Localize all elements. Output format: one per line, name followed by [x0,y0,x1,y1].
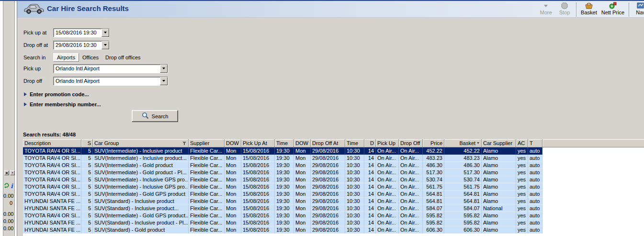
cell: SUV(Standard) - Gold product [93,226,189,234]
cell: Mon [225,198,241,205]
cell: auto [528,162,542,169]
column-header-time-9[interactable]: Time [345,139,364,147]
table-row[interactable]: TOYOTA RAV4 OR SI...5SUV(Intermediate) -… [23,147,644,155]
column-header-supplier-3[interactable]: Supplier [189,139,225,147]
dropoff-location-combo[interactable]: Orlando Intl Airport [53,77,168,86]
column-header-dow-4[interactable]: DOW [225,139,241,147]
tab-airports[interactable]: Airports [53,53,79,62]
membership-number-toggle[interactable]: Enter membership number... [24,101,101,108]
column-header-description-0[interactable]: Description [23,139,81,147]
column-header-filler [542,139,644,147]
column-header-car-group-2[interactable]: Car Group [93,139,189,147]
stop-button[interactable]: Stop [557,2,572,15]
cell: Mon [294,191,311,198]
column-header-price-13[interactable]: Price [423,139,444,147]
cell: Flexible Car... [189,176,225,183]
dropoff-at-combo[interactable]: 29/08/2016 10:30 [53,41,110,50]
cell: Flexible Car... [189,169,225,176]
column-header-time-6[interactable]: Time [275,139,294,147]
table-row[interactable]: TOYOTA RAV4 OR SI...5SUV(Intermediate) -… [23,191,644,198]
table-row[interactable]: HYUNDAI SANTA FE ...5SUV(Standard) - Inc… [23,198,644,205]
cell: 5 [81,219,93,226]
more-button[interactable]: More [539,2,553,15]
table-row[interactable]: TOYOTA RAV4 OR SI...5SUV(Intermediate) -… [23,169,644,176]
dropdown-button[interactable] [160,65,168,73]
pickup-location-combo[interactable]: Orlando Intl Airport [53,64,168,73]
pickup-at-combo[interactable]: 15/08/2016 19:30 [53,28,110,37]
column-header-dow-7[interactable]: DOW [294,139,311,147]
cell: 530.74 [423,176,444,183]
dropdown-button[interactable] [102,29,109,37]
cell: 5 [81,191,93,198]
cell: On Air... [376,155,399,162]
cell: On Air... [399,147,423,155]
restore-button[interactable]: ▣ [4,170,9,175]
column-header-pick-up-at-5[interactable]: Pick Up At [241,139,275,147]
table-row[interactable]: TOYOTA RAV4 OR SI...5SUV(Intermediate) -… [23,162,644,169]
cell: 483.23 [423,155,444,162]
column-header-label: Drop Off At [312,140,338,147]
cell: SUV(Intermediate) - Gold GPS product... [93,212,189,219]
close-button[interactable]: ✕ [10,170,15,175]
cell: Alamo [482,212,516,219]
cell: 14 [364,191,376,198]
column-header-label: Drop Off [400,140,420,147]
cell: yes [516,191,528,198]
cell: 10:30 [345,191,364,198]
table-row[interactable]: TOYOTA RAV4 OR SI...5SUV(Intermediate) -… [23,176,644,183]
nett-price-button[interactable]: Nett Price [601,2,624,15]
page-title: Car Hire Search Results [47,4,129,12]
dropdown-button[interactable] [160,77,168,85]
cell: 19:30 [275,162,294,169]
cell: 29/08/2016 [311,198,345,205]
column-header-pick-up-11[interactable]: Pick Up [376,139,399,147]
dropoff-at-value: 29/08/2016 10:30 [54,41,102,49]
cell: 15/08/2016 [241,205,275,212]
column-header-drop-off-at-8[interactable]: Drop Off At [311,139,345,147]
column-header-d-10[interactable]: D [364,139,376,147]
cell: auto [528,155,542,162]
cell: 14 [364,155,376,162]
refresh-icon[interactable] [4,182,10,189]
cell: HYUNDAI SANTA FE ... [23,205,81,212]
cell: Flexible Car... [189,212,225,219]
column-header-ac-16[interactable]: AC [516,139,528,147]
table-row[interactable]: HYUNDAI SANTA FE ...5SUV(Standard) - Inc… [23,205,644,212]
cell: Mon [294,147,311,155]
table-row[interactable]: TOYOTA RAV4 OR SI...5SUV(Intermediate) -… [23,212,644,219]
cell: 29/08/2016 [311,183,345,191]
column-header-drop-off-12[interactable]: Drop Off [399,139,423,147]
membership-number-label: Enter membership number... [30,101,101,107]
table-row[interactable]: HYUNDAI SANTA FE ...5SUV(Standard) - Inc… [23,219,644,226]
car-hire-window: Car Hire Search Results More Stop [17,0,644,236]
cell: On Air... [376,226,399,234]
cell: 10:30 [345,226,364,234]
tab-drop-off-offices[interactable]: Drop off offices [102,54,144,61]
table-row[interactable]: TOYOTA RAV4 OR SI...5SUV(Intermediate) -… [23,183,644,191]
column-header-s-1[interactable]: S [81,139,93,147]
cell: 5 [81,198,93,205]
dropdown-button[interactable] [102,41,109,49]
search-button[interactable]: Search [132,110,178,122]
filter-icon[interactable] [182,141,187,146]
column-header-t-17[interactable]: T [528,139,542,147]
cell: 29/08/2016 [311,226,345,234]
cell: 5 [81,147,93,155]
cell: SUV(Intermediate) - Gold product - Pl... [93,169,189,176]
info-icon[interactable]: i [11,183,13,189]
column-header-car-supplier-15[interactable]: Car Supplier [482,139,516,147]
cell: 29/08/2016 [311,191,345,198]
pickup-at-value: 15/08/2016 19:30 [54,29,102,37]
promotion-code-toggle[interactable]: Enter promotion code... [24,90,89,98]
cell: 10:30 [345,198,364,205]
toolbar-separator [629,2,629,17]
table-row[interactable]: TOYOTA RAV4 OR SI...5SUV(Intermediate) -… [23,155,644,162]
cell: 14 [364,198,376,205]
tab-offices[interactable]: Offices [79,54,102,61]
cell: 14 [364,226,376,234]
table-row[interactable]: HYUNDAI SANTA FE ...5SUV(Standard) - Gol… [23,226,644,234]
search-button-label: Search [152,113,169,119]
nav-button[interactable]: Nav [633,2,644,15]
column-header-basket-14[interactable]: Basket▼ [444,139,482,147]
basket-button[interactable]: Basket [581,2,597,15]
